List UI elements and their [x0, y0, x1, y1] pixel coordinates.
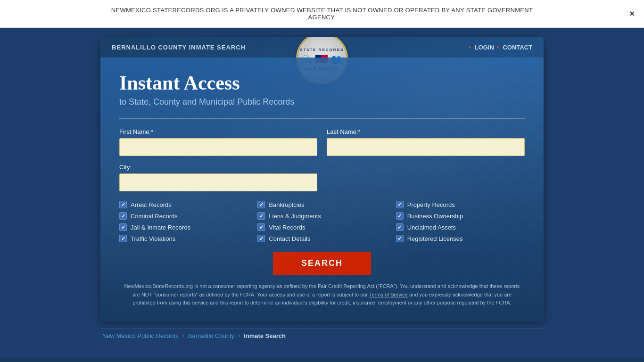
- checkbox-vital-icon[interactable]: [257, 223, 265, 231]
- checkbox-vital-label: Vital Records: [269, 224, 305, 231]
- checkbox-col-1: Arrest Records Criminal Records Jail & I…: [119, 201, 248, 242]
- checkbox-contact-label: Contact Details: [269, 235, 310, 242]
- checkbox-bankruptcies: Bankruptcies: [257, 201, 386, 208]
- checkbox-col-3: Property Records Business Ownership Uncl…: [396, 201, 525, 242]
- contact-link[interactable]: CONTACT: [503, 44, 532, 51]
- breadcrumb-chevron-2: ›: [238, 332, 240, 339]
- header-nav: • LOGIN • CONTACT: [469, 44, 532, 51]
- page-background: BERNALILLO COUNTY INMATE SEARCH STATE RE…: [0, 28, 644, 358]
- breadcrumb-new-mexico[interactable]: New Mexico Public Records: [102, 332, 179, 339]
- login-link[interactable]: LOGIN: [475, 44, 494, 51]
- checkbox-property: Property Records: [396, 201, 525, 208]
- terms-of-service-link[interactable]: Terms of Service: [369, 292, 408, 297]
- checkbox-traffic-icon[interactable]: [119, 235, 127, 242]
- checkbox-unclaimed-label: Unclaimed Assets: [407, 224, 456, 231]
- city-form-row: City:: [119, 164, 525, 191]
- divider: [119, 118, 525, 119]
- checkbox-unclaimed: Unclaimed Assets: [396, 223, 525, 231]
- checkbox-business-label: Business Ownership: [407, 213, 463, 220]
- checkbox-traffic-label: Traffic Violations: [131, 235, 175, 242]
- checkbox-liens: Liens & Judgments: [257, 212, 386, 220]
- checkbox-arrest-label: Arrest Records: [131, 201, 172, 208]
- last-name-input[interactable]: [327, 138, 525, 156]
- checkbox-business-icon[interactable]: [396, 212, 404, 220]
- checkbox-liens-icon[interactable]: [257, 212, 265, 220]
- main-card: BERNALILLO COUNTY INMATE SEARCH STATE RE…: [100, 37, 544, 321]
- first-name-group: First Name:*: [119, 128, 317, 156]
- city-group: City:: [119, 164, 317, 191]
- checkbox-vital: Vital Records: [257, 223, 386, 231]
- checkbox-contact-icon[interactable]: [257, 235, 265, 242]
- close-banner-button[interactable]: ×: [629, 9, 635, 19]
- search-btn-container: SEARCH: [119, 252, 525, 275]
- breadcrumb-current: Inmate Search: [244, 332, 286, 339]
- checkbox-col-2: Bankruptcies Liens & Judgments Vital Rec…: [257, 201, 386, 242]
- checkbox-criminal-icon[interactable]: [119, 212, 127, 220]
- checkbox-licenses-icon[interactable]: [396, 235, 404, 242]
- logo-text-top: STATE RECORDS: [300, 48, 344, 52]
- login-dot: •: [469, 44, 471, 51]
- checkbox-arrest-icon[interactable]: [119, 201, 127, 208]
- checkbox-property-icon[interactable]: [396, 201, 404, 208]
- checkbox-traffic: Traffic Violations: [119, 235, 248, 242]
- checkbox-bankruptcies-label: Bankruptcies: [269, 201, 304, 208]
- disclaimer-text: NewMexico.StateRecords.org is not a cons…: [119, 282, 525, 307]
- name-form-row: First Name:* Last Name:*: [119, 128, 525, 156]
- breadcrumb: New Mexico Public Records › Bernalillo C…: [100, 328, 544, 343]
- checkbox-criminal-label: Criminal Records: [131, 213, 178, 220]
- checkbox-section: Arrest Records Criminal Records Jail & I…: [119, 201, 525, 242]
- first-name-label: First Name:*: [119, 128, 317, 135]
- checkbox-bankruptcies-icon[interactable]: [257, 201, 265, 208]
- breadcrumb-chevron-1: ›: [182, 332, 184, 339]
- search-button[interactable]: SEARCH: [273, 252, 371, 275]
- checkbox-contact: Contact Details: [257, 235, 386, 242]
- checkbox-criminal-records: Criminal Records: [119, 212, 248, 220]
- last-name-group: Last Name:*: [327, 128, 525, 156]
- checkbox-liens-label: Liens & Judgments: [269, 213, 321, 220]
- city-label: City:: [119, 164, 317, 171]
- checkbox-property-label: Property Records: [407, 201, 455, 208]
- card-body: Instant Access to State, County and Muni…: [100, 58, 544, 321]
- checkbox-arrest-records: Arrest Records: [119, 201, 248, 208]
- city-input[interactable]: [119, 173, 317, 191]
- checkbox-licenses: Registered Licenses: [396, 235, 525, 242]
- card-header: BERNALILLO COUNTY INMATE SEARCH STATE RE…: [100, 37, 544, 58]
- site-title: BERNALILLO COUNTY INMATE SEARCH: [112, 44, 246, 51]
- checkbox-unclaimed-icon[interactable]: [396, 223, 404, 231]
- hero-subtitle: to State, County and Municipal Public Re…: [119, 97, 525, 107]
- contact-dot: •: [497, 44, 499, 51]
- banner-text: NEWMEXICO.STATERECORDS.ORG IS A PRIVATEL…: [110, 7, 534, 21]
- breadcrumb-bernalillo[interactable]: Bernalillo County: [188, 332, 234, 339]
- last-name-label: Last Name:*: [327, 128, 525, 135]
- checkbox-business: Business Ownership: [396, 212, 525, 220]
- checkbox-jail-label: Jail & Inmate Records: [131, 224, 190, 231]
- checkbox-jail-icon[interactable]: [119, 223, 127, 231]
- checkbox-licenses-label: Registered Licenses: [407, 235, 463, 242]
- hero-title: Instant Access: [119, 72, 525, 94]
- first-name-input[interactable]: [119, 138, 317, 156]
- notification-banner: NEWMEXICO.STATERECORDS.ORG IS A PRIVATEL…: [0, 0, 644, 28]
- checkbox-jail-records: Jail & Inmate Records: [119, 223, 248, 231]
